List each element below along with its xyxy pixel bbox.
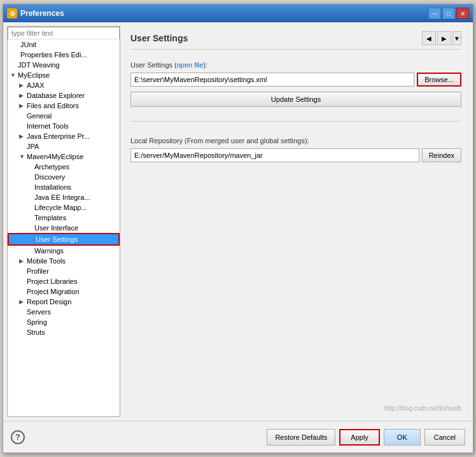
local-repo-row: Reindex (130, 148, 461, 162)
arrow-icon: ▶ (19, 133, 27, 139)
sidebar-item-label: User Interface (34, 224, 78, 232)
panel-title-text: User Settings (130, 33, 188, 43)
main-area: JUnitProperties Files Edi...JDT Weaving▼… (3, 22, 473, 421)
window-title: Preferences (20, 9, 64, 18)
nav-back-button[interactable]: ◀ (422, 31, 436, 45)
sidebar-item-label: JUnit (20, 41, 36, 48)
sidebar-item-label: Mobile Tools (27, 257, 66, 265)
sidebar-item-label: Internet Tools (27, 122, 69, 130)
sidebar-item-spring[interactable]: Spring (8, 317, 120, 327)
settings-path-row: Browse... (130, 73, 461, 87)
restore-defaults-button[interactable]: Restore Defaults (267, 429, 335, 446)
sidebar-item-user-interface[interactable]: User Interface (8, 223, 120, 233)
sidebar-item-maven4myeclipse[interactable]: ▼Maven4MyEclipse (8, 151, 120, 162)
arrow-icon: ▼ (19, 153, 27, 160)
sidebar-item-installations[interactable]: Installations (8, 182, 120, 192)
sidebar-item-label: Report Design (27, 298, 71, 306)
sidebar-item-jdt-weaving[interactable]: JDT Weaving (8, 60, 120, 70)
sidebar-item-internet-tools[interactable]: Internet Tools (8, 121, 120, 131)
sidebar-item-project-libraries[interactable]: Project Libraries (8, 276, 120, 286)
arrow-icon: ▶ (19, 92, 27, 99)
browse-button[interactable]: Browse... (417, 73, 461, 87)
sidebar-item-profiler[interactable]: Profiler (8, 266, 120, 276)
sidebar-item-label: AJAX (27, 81, 45, 89)
sidebar-item-label: General (27, 112, 52, 120)
local-repo-field[interactable] (130, 148, 419, 162)
sidebar-item-java-ee-integra[interactable]: Java EE Integra... (8, 192, 120, 202)
sidebar-item-label: Maven4MyEclipse (27, 153, 83, 160)
title-bar: ⚙ Preferences ─ □ ✕ (3, 4, 473, 22)
help-section: ? (11, 430, 25, 444)
sidebar-item-archetypes[interactable]: Archetypes (8, 162, 120, 172)
sidebar-item-label: Database Explorer (27, 92, 85, 99)
sidebar-item-warnings[interactable]: Warnings (8, 246, 120, 256)
sidebar-item-struts[interactable]: Struts (8, 327, 120, 337)
sidebar-item-servers[interactable]: Servers (8, 307, 120, 317)
close-button[interactable]: ✕ (456, 8, 469, 19)
cancel-button[interactable]: Cancel (424, 429, 465, 446)
sidebar-item-label: Project Libraries (27, 278, 77, 285)
apply-button[interactable]: Apply (339, 429, 380, 446)
reindex-button[interactable]: Reindex (422, 148, 461, 162)
sidebar-item-label: Servers (27, 308, 51, 316)
sidebar-item-jpa[interactable]: JPA (8, 141, 120, 151)
sidebar-item-report-design[interactable]: ▶Report Design (8, 297, 120, 307)
sidebar-item-user-settings[interactable]: User Settings (8, 233, 120, 246)
panel-title-bar: User Settings ◀ ▶ ▼ (130, 31, 461, 50)
sidebar-item-junit[interactable]: JUnit (8, 39, 120, 50)
sidebar-item-java-enterprise[interactable]: ▶Java Enterprise Pr... (8, 131, 120, 141)
local-repo-label: Local Repository (From merged user and g… (130, 137, 461, 144)
sidebar-item-label: Installations (34, 183, 71, 191)
nav-forward-button[interactable]: ▶ (437, 31, 451, 45)
sidebar-item-label: Java EE Integra... (34, 193, 90, 201)
sidebar-item-label: Files and Editors (27, 102, 79, 109)
right-panel: User Settings ◀ ▶ ▼ User Settings (open … (123, 26, 469, 417)
arrow-icon: ▶ (19, 299, 27, 305)
sidebar-item-label: Project Migration (27, 288, 80, 295)
sidebar-item-general[interactable]: General (8, 111, 120, 121)
sidebar-item-myeclipse[interactable]: ▼MyEclipse (8, 70, 120, 80)
arrow-icon: ▶ (19, 102, 27, 109)
sidebar-item-files-and-editors[interactable]: ▶Files and Editors (8, 101, 120, 111)
sidebar-item-label: Properties Files Edi... (20, 51, 87, 59)
arrow-icon: ▼ (10, 72, 18, 78)
sidebar-item-templates[interactable]: Templates (8, 213, 120, 223)
nav-dropdown-button[interactable]: ▼ (452, 31, 461, 45)
sidebar-item-label: Discovery (34, 173, 65, 181)
sidebar-item-project-migration[interactable]: Project Migration (8, 286, 120, 297)
sidebar-item-label: JDT Weaving (18, 61, 60, 69)
preferences-window: ⚙ Preferences ─ □ ✕ JUnitProperties File… (3, 4, 473, 453)
window-icon: ⚙ (7, 8, 17, 18)
action-buttons: Restore Defaults Apply OK Cancel (267, 429, 465, 446)
ok-button[interactable]: OK (384, 429, 421, 446)
content-area: JUnitProperties Files Edi...JDT Weaving▼… (3, 22, 473, 453)
settings-path-field[interactable] (130, 73, 414, 87)
sidebar-item-discovery[interactable]: Discovery (8, 172, 120, 182)
sidebar-item-database-explorer[interactable]: ▶Database Explorer (8, 90, 120, 101)
separator-1 (130, 121, 461, 122)
sidebar-item-label: Struts (27, 328, 45, 336)
open-file-link[interactable]: open file (177, 61, 204, 69)
sidebar-item-label: Profiler (27, 267, 49, 275)
sidebar-item-lifecycle-mapp[interactable]: Lifecycle Mapp... (8, 202, 120, 213)
update-settings-button[interactable]: Update Settings (130, 92, 461, 107)
arrow-icon: ▶ (19, 82, 27, 88)
watermark: http://blog.csdn.net/lishualb (130, 402, 461, 412)
sidebar-item-label: Templates (34, 214, 66, 221)
sidebar-item-mobile-tools[interactable]: ▶Mobile Tools (8, 256, 120, 266)
sidebar-item-properties-files[interactable]: Properties Files Edi... (8, 50, 120, 60)
arrow-icon: ▶ (19, 258, 27, 264)
user-settings-label: User Settings (open file): (130, 61, 461, 69)
sidebar-item-label: User Settings (36, 236, 78, 243)
sidebar-item-label: MyEclipse (18, 71, 50, 79)
sidebar-item-label: Spring (27, 318, 47, 326)
sidebar: JUnitProperties Files Edi...JDT Weaving▼… (7, 26, 120, 417)
sidebar-item-label: Lifecycle Mapp... (34, 204, 87, 211)
minimize-button[interactable]: ─ (428, 8, 441, 19)
maximize-button[interactable]: □ (442, 8, 455, 19)
filter-input[interactable] (8, 27, 120, 39)
help-button[interactable]: ? (11, 430, 25, 444)
bottom-bar: ? Restore Defaults Apply OK Cancel (3, 421, 473, 453)
sidebar-item-label: Warnings (34, 247, 64, 255)
sidebar-item-ajax[interactable]: ▶AJAX (8, 80, 120, 90)
